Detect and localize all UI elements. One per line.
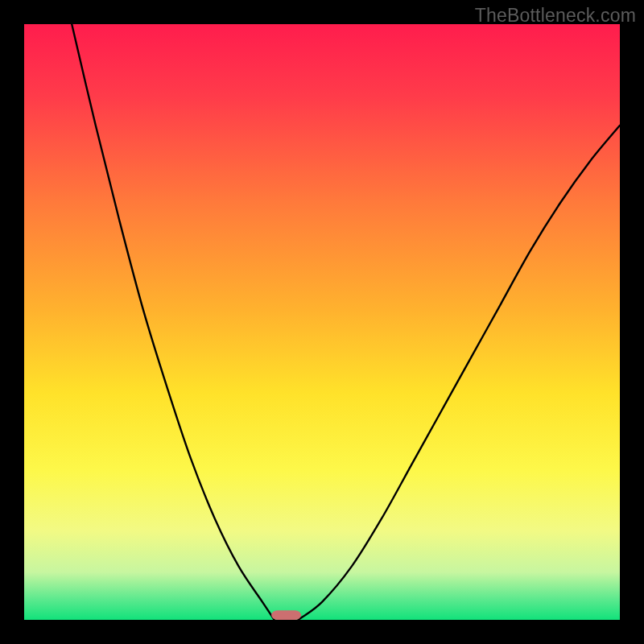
watermark-text: TheBottleneck.com <box>475 5 636 27</box>
plot-background <box>24 24 620 620</box>
chart-stage: TheBottleneck.com <box>0 0 644 644</box>
bottleneck-chart <box>0 0 644 644</box>
min-marker <box>271 610 301 620</box>
